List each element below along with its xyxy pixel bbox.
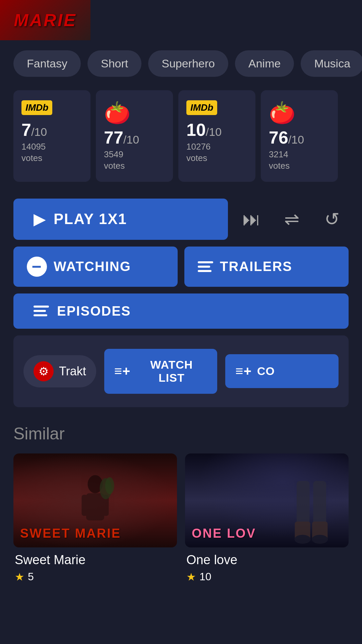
one-love-title-overlay: ONE LOV — [185, 520, 349, 547]
similar-card-one-love[interactable]: ONE LOV One love ★ 10 — [185, 453, 349, 589]
trakt-label: Trakt — [59, 364, 86, 378]
trailers-label: TRAILERS — [220, 259, 292, 274]
collection-button[interactable]: ≡+ CO — [225, 354, 339, 388]
one-love-rating: ★ 10 — [186, 571, 347, 583]
star-icon-1: ★ — [15, 571, 24, 583]
imdb-score-2: 10/10 — [186, 121, 222, 139]
rating-card-tomato-2: 🍅 76/10 3214votes — [261, 90, 338, 182]
genre-tag-superhero[interactable]: Superhero — [148, 50, 228, 77]
svg-rect-2 — [82, 495, 88, 516]
collection-plus-icon: ≡+ — [235, 364, 252, 379]
play-button-label: PLAY 1X1 — [54, 211, 127, 227]
tomato-score-1: 77/10 — [104, 129, 139, 146]
episodes-label: EPISODES — [57, 304, 131, 319]
similar-card-sweet-marie[interactable]: SWEET MARIE Sweet Marie ★ 5 — [13, 453, 177, 589]
trailers-list-icon — [198, 261, 213, 272]
imdb-badge-2: IMDb — [186, 100, 217, 115]
imdb-score-1: 7/10 — [21, 121, 47, 139]
star-icon-2: ★ — [186, 571, 196, 583]
sweet-marie-rating: ★ 5 — [15, 571, 176, 583]
sweet-marie-title-text: SWEET MARIE — [20, 526, 170, 541]
tomato-votes-1: 3549votes — [104, 149, 125, 172]
tomato-votes-2: 3214votes — [269, 149, 290, 172]
watching-button[interactable]: − WATCHING — [13, 247, 178, 287]
rating-card-imdb-2: IMDb 10/10 10276votes — [178, 90, 255, 182]
shuffle-button[interactable]: ⇌ — [275, 202, 308, 236]
one-love-info: One love ★ 10 — [185, 547, 349, 589]
one-love-thumbnail: ONE LOV — [185, 453, 349, 547]
sweet-marie-info: Sweet Marie ★ 5 — [13, 547, 177, 589]
sweet-marie-name: Sweet Marie — [15, 553, 176, 567]
tomato-icon-2: 🍅 — [269, 100, 296, 125]
watching-trailers-row: − WATCHING TRAILERS — [0, 243, 362, 290]
imdb-badge-1: IMDb — [21, 100, 52, 115]
collection-label: CO — [257, 365, 275, 378]
play-button[interactable]: ▶ PLAY 1X1 — [13, 199, 228, 240]
repeat-button[interactable]: ↺ — [315, 202, 349, 236]
trakt-logo[interactable]: ⚙ Trakt — [23, 355, 96, 387]
similar-title: Similar — [13, 424, 349, 443]
watching-label: WATCHING — [54, 259, 131, 274]
one-love-score: 10 — [199, 571, 212, 583]
svg-rect-1 — [86, 493, 104, 520]
play-icon: ▶ — [34, 211, 46, 228]
watch-list-label: WATCH LIST — [136, 358, 207, 384]
genre-tag-anime[interactable]: Anime — [235, 50, 294, 77]
hero-title: MARIE — [14, 10, 77, 30]
svg-rect-6 — [297, 481, 310, 525]
similar-section: Similar SWEET MARIE — [0, 414, 362, 589]
rating-card-tomato-1: 🍅 77/10 3549votes — [96, 90, 173, 182]
watch-list-plus-icon: ≡+ — [114, 364, 131, 379]
imdb-votes-1: 14095votes — [21, 141, 46, 164]
sweet-marie-title-overlay: SWEET MARIE — [13, 520, 177, 547]
genre-tag-fantasy[interactable]: Fantasy — [13, 50, 81, 77]
play-action-row: ▶ PLAY 1X1 ⏭ ⇌ ↺ — [0, 192, 362, 243]
trailers-button[interactable]: TRAILERS — [184, 247, 349, 287]
one-love-title-text: ONE LOV — [192, 526, 342, 541]
svg-point-5 — [105, 477, 114, 494]
minus-icon: − — [27, 257, 47, 277]
tomato-icon-1: 🍅 — [104, 100, 131, 125]
watch-list-button[interactable]: ≡+ WATCH LIST — [104, 349, 218, 394]
rating-cards-container: IMDb 7/10 14095votes 🍅 77/10 3549votes I… — [0, 87, 362, 192]
similar-cards-container: SWEET MARIE Sweet Marie ★ 5 — [13, 453, 349, 589]
svg-rect-7 — [313, 481, 326, 525]
trakt-icon: ⚙ — [34, 361, 54, 381]
rating-card-imdb-1: IMDb 7/10 14095votes — [13, 90, 90, 182]
episodes-list-icon — [34, 306, 49, 316]
skip-next-button[interactable]: ⏭ — [235, 202, 268, 236]
sweet-marie-score: 5 — [28, 571, 34, 583]
genre-tag-musical[interactable]: Musica — [301, 50, 362, 77]
episodes-button[interactable]: EPISODES — [13, 293, 349, 329]
genre-tags-container: Fantasy Short Superhero Anime Musica — [0, 40, 362, 87]
genre-tag-short[interactable]: Short — [87, 50, 141, 77]
hero-thumbnail: MARIE — [0, 0, 90, 40]
imdb-votes-2: 10276votes — [186, 141, 210, 164]
sweet-marie-thumbnail: SWEET MARIE — [13, 453, 177, 547]
tomato-score-2: 76/10 — [269, 129, 304, 146]
trakt-section: ⚙ Trakt ≡+ WATCH LIST ≡+ CO — [13, 335, 349, 407]
one-love-name: One love — [186, 553, 347, 567]
